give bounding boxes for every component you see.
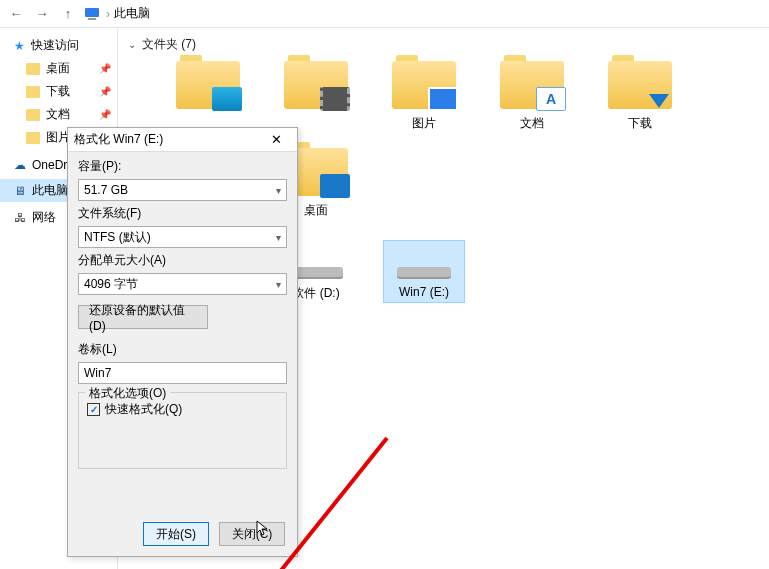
pin-icon: 📌 bbox=[99, 86, 111, 97]
back-button[interactable]: ← bbox=[6, 4, 26, 24]
this-pc-icon bbox=[84, 6, 100, 22]
volume-value: Win7 bbox=[84, 366, 111, 380]
sidebar-label: 桌面 bbox=[46, 60, 70, 77]
up-button[interactable]: ↑ bbox=[58, 4, 78, 24]
cursor-icon bbox=[256, 520, 270, 538]
start-button[interactable]: 开始(S) bbox=[143, 522, 209, 546]
folder-videos[interactable] bbox=[276, 61, 356, 132]
sidebar-item-documents[interactable]: 文档📌 bbox=[0, 103, 117, 126]
filesystem-label: 文件系统(F) bbox=[78, 205, 287, 222]
chevron-down-icon: ▾ bbox=[276, 232, 281, 243]
chevron-right-icon: › bbox=[106, 7, 110, 21]
sidebar-label: 网络 bbox=[32, 209, 56, 226]
item-label: 图片 bbox=[412, 115, 436, 132]
filesystem-combo[interactable]: NTFS (默认)▾ bbox=[78, 226, 287, 248]
folders-header-label: 文件夹 (7) bbox=[142, 36, 196, 53]
sidebar-label: 下载 bbox=[46, 83, 70, 100]
download-icon bbox=[644, 87, 674, 111]
forward-button[interactable]: → bbox=[32, 4, 52, 24]
capacity-combo[interactable]: 51.7 GB▾ bbox=[78, 179, 287, 201]
capacity-value: 51.7 GB bbox=[84, 183, 128, 197]
close-button[interactable]: ✕ bbox=[261, 132, 291, 147]
allocation-value: 4096 字节 bbox=[84, 276, 138, 293]
item-label: 文档 bbox=[520, 115, 544, 132]
capacity-label: 容量(P): bbox=[78, 158, 287, 175]
chevron-down-icon: ▾ bbox=[276, 279, 281, 290]
restore-defaults-button[interactable]: 还原设备的默认值(D) bbox=[78, 305, 208, 329]
address-bar[interactable]: ← → ↑ › 此电脑 bbox=[0, 0, 769, 28]
options-label: 格式化选项(O) bbox=[85, 385, 170, 402]
allocation-label: 分配单元大小(A) bbox=[78, 252, 287, 269]
cloud-icon: ☁ bbox=[14, 158, 26, 172]
item-label: 桌面 bbox=[304, 202, 328, 219]
start-label: 开始(S) bbox=[156, 526, 196, 543]
volume-input[interactable]: Win7 bbox=[78, 362, 287, 384]
pin-icon: 📌 bbox=[99, 109, 111, 120]
svg-rect-1 bbox=[88, 18, 96, 20]
sidebar-item-downloads[interactable]: 下载📌 bbox=[0, 80, 117, 103]
folder-icon bbox=[26, 109, 40, 121]
breadcrumb-this-pc[interactable]: 此电脑 bbox=[114, 5, 150, 22]
close-dialog-button[interactable]: 关闭(C) bbox=[219, 522, 285, 546]
picture-icon bbox=[428, 87, 458, 111]
format-dialog: 格式化 Win7 (E:) ✕ 容量(P): 51.7 GB▾ 文件系统(F) … bbox=[67, 127, 298, 557]
sidebar-label: 文档 bbox=[46, 106, 70, 123]
dialog-title-text: 格式化 Win7 (E:) bbox=[74, 131, 163, 148]
pin-icon: 📌 bbox=[99, 63, 111, 74]
volume-label: 卷标(L) bbox=[78, 341, 287, 358]
dialog-titlebar[interactable]: 格式化 Win7 (E:) ✕ bbox=[68, 128, 297, 152]
cube-icon bbox=[212, 87, 242, 111]
star-icon: ★ bbox=[14, 39, 25, 53]
breadcrumb[interactable]: › 此电脑 bbox=[106, 5, 150, 22]
folder-icon bbox=[26, 132, 40, 144]
sidebar-item-desktop[interactable]: 桌面📌 bbox=[0, 57, 117, 80]
item-label: 软件 (D:) bbox=[292, 285, 339, 302]
folder-icon bbox=[26, 86, 40, 98]
network-icon: 🖧 bbox=[14, 211, 26, 225]
video-icon bbox=[320, 87, 350, 111]
sidebar-label: 此电脑 bbox=[32, 182, 68, 199]
item-label: 下载 bbox=[628, 115, 652, 132]
desktop-icon bbox=[320, 174, 350, 198]
quick-format-label: 快速格式化(Q) bbox=[105, 401, 182, 418]
svg-rect-0 bbox=[85, 8, 99, 17]
folder-documents[interactable]: A 文档 bbox=[492, 61, 572, 132]
item-label: Win7 (E:) bbox=[399, 285, 449, 299]
document-icon: A bbox=[536, 87, 566, 111]
checkbox-icon: ✓ bbox=[87, 403, 100, 416]
sidebar-quick-access[interactable]: ★ 快速访问 bbox=[0, 34, 117, 57]
chevron-down-icon: ▾ bbox=[276, 185, 281, 196]
folder-3d-objects[interactable] bbox=[168, 61, 248, 132]
folder-icon bbox=[26, 63, 40, 75]
drive-e[interactable]: Win7 (E:) bbox=[384, 241, 464, 302]
allocation-combo[interactable]: 4096 字节▾ bbox=[78, 273, 287, 295]
restore-label: 还原设备的默认值(D) bbox=[89, 302, 197, 333]
sidebar-label: 快速访问 bbox=[31, 37, 79, 54]
folder-pictures[interactable]: 图片 bbox=[384, 61, 464, 132]
pc-icon: 🖥 bbox=[14, 184, 26, 198]
format-options-group: 格式化选项(O) ✓ 快速格式化(Q) bbox=[78, 392, 287, 469]
quick-format-checkbox[interactable]: ✓ 快速格式化(Q) bbox=[87, 401, 278, 418]
chevron-down-icon: ⌄ bbox=[128, 39, 136, 50]
folders-header[interactable]: ⌄ 文件夹 (7) bbox=[128, 32, 759, 61]
folder-downloads[interactable]: 下载 bbox=[600, 61, 680, 132]
filesystem-value: NTFS (默认) bbox=[84, 229, 151, 246]
